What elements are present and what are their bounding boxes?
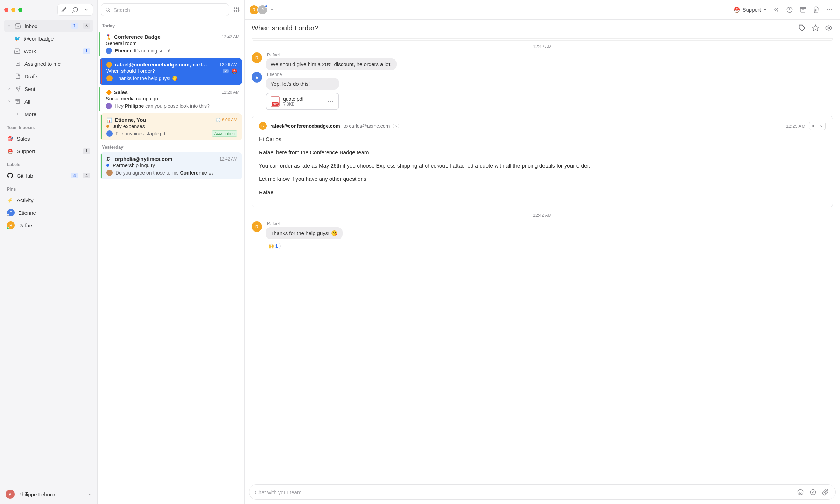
chat-message: R Rafael We should give him a 20% discou…: [252, 52, 833, 70]
team-dropdown[interactable]: ⛑️ Support: [734, 7, 767, 13]
nav-confbadge[interactable]: 🐦 @confbadge: [4, 32, 93, 45]
support-team-icon: ⛑️: [734, 7, 740, 13]
svg-point-27: [828, 27, 830, 29]
pin-etienne[interactable]: E Etienne: [4, 206, 93, 219]
svg-marker-26: [813, 25, 819, 31]
label-github[interactable]: GitHub 4 4: [4, 169, 93, 182]
unread-dot-icon: [106, 125, 109, 128]
more-button[interactable]: [825, 6, 834, 14]
thread-title: Conference Badge: [114, 34, 219, 40]
email-body: Hi Carlos, Rafael here from the Conferen…: [259, 135, 826, 197]
minimize-window-button[interactable]: [11, 8, 15, 12]
support-count-badge: 1: [83, 148, 90, 154]
thread-snippet: Etienne It's coming soon!: [115, 48, 239, 54]
pin-etienne-label: Etienne: [18, 210, 90, 216]
search-icon: [105, 7, 111, 13]
attach-button[interactable]: [821, 488, 830, 496]
tag-button[interactable]: [798, 24, 806, 32]
team-support[interactable]: ⛑️ Support 1: [4, 145, 93, 157]
nav-all[interactable]: All: [4, 95, 93, 108]
sidebar-footer[interactable]: P Philippe Lehoux: [0, 484, 97, 504]
chat-bubble[interactable]: Thanks for the help guys! 😘: [266, 227, 343, 239]
compose-button[interactable]: [60, 6, 68, 14]
pin-rafael[interactable]: R Rafael: [4, 219, 93, 232]
nav-more[interactable]: More: [4, 108, 93, 120]
sales-team-icon: 🎯: [7, 135, 13, 142]
threads-list[interactable]: Today 🎖️ Conference Badge 12:42 AM Gener…: [98, 20, 244, 504]
sender-avatar: [106, 62, 112, 68]
pin-activity[interactable]: ⚡ Activity: [4, 194, 93, 206]
reader-scroll[interactable]: 12:42 AM R Rafael We should give him a 2…: [245, 36, 840, 484]
emoji-button[interactable]: [796, 488, 805, 496]
thread-title: orphelia@nytimes.com: [115, 156, 217, 162]
nav-assigned[interactable]: Assigned to me: [4, 57, 93, 70]
notification-dot: [265, 5, 268, 8]
support-team-icon: ⛑️: [7, 148, 13, 154]
attachment-quote-pdf[interactable]: quote.pdf 7.8KB ⋯: [266, 93, 339, 110]
email-to: to carlos@acme.com: [344, 123, 390, 129]
task-button[interactable]: [809, 488, 817, 496]
nav-drafts[interactable]: Drafts: [4, 70, 93, 83]
chevron-right-icon: [7, 87, 11, 91]
label-github-label: GitHub: [17, 173, 68, 179]
nav-work[interactable]: Work 1: [4, 45, 93, 57]
thread-item[interactable]: 𝕿 orphelia@nytimes.com 12:42 AM Partners…: [100, 152, 242, 179]
archive-button[interactable]: [799, 6, 807, 14]
pin-activity-label: Activity: [17, 197, 90, 203]
recipients-dropdown[interactable]: [393, 124, 399, 128]
sender-avatar: [106, 130, 113, 137]
team-inboxes-header: Team Inboxes: [4, 120, 93, 132]
chat-bubble[interactable]: Yep, let's do this!: [266, 78, 339, 90]
thread-item[interactable]: 🎖️ Conference Badge 12:42 AM General roo…: [98, 30, 244, 57]
inbox-unread-badge: 1: [71, 23, 78, 29]
date-today: Today: [98, 20, 244, 30]
snooze-button[interactable]: [785, 6, 794, 14]
chat-message: R Rafael Thanks for the help guys! 😘: [252, 221, 833, 239]
nav-all-label: All: [24, 99, 90, 105]
thread-title: Sales: [114, 89, 219, 95]
watch-button[interactable]: [825, 24, 833, 32]
user-name: Philippe Lehoux: [18, 491, 84, 497]
close-window-button[interactable]: [4, 8, 8, 12]
assignee-other-avatar: ?: [257, 5, 268, 15]
chevron-down-icon: [763, 8, 767, 12]
badge-icon: 🎖️: [106, 34, 111, 40]
svg-point-28: [798, 490, 803, 495]
svg-point-31: [811, 490, 816, 495]
team-sales[interactable]: 🎯 Sales: [4, 132, 93, 145]
reaction-chip[interactable]: 🙌 1: [266, 243, 281, 249]
search-input[interactable]: [113, 7, 225, 13]
sidebar-top: [0, 0, 97, 20]
nav-sent[interactable]: Sent: [4, 83, 93, 95]
star-button[interactable]: [811, 24, 820, 32]
reply-dropdown[interactable]: [817, 122, 826, 130]
sidebar-scroll: Inbox 1 5 🐦 @confbadge Work 1 Assigned t…: [0, 20, 97, 484]
composer[interactable]: [249, 484, 836, 500]
attachment-size: 7.8KB: [283, 102, 303, 107]
composer-input[interactable]: [255, 489, 792, 495]
chat-bubble[interactable]: We should give him a 20% discount, he or…: [266, 58, 397, 70]
filter-button[interactable]: [232, 6, 241, 14]
github-blue-badge: 4: [71, 173, 78, 178]
assignees[interactable]: R ?: [251, 5, 274, 15]
email-from: rafael@conferencebadge.com: [270, 123, 340, 129]
thread-subject: Partnership inquiry: [113, 163, 237, 168]
thread-item[interactable]: 🔶 Sales 12:20 AM Social media campaign H…: [98, 86, 244, 113]
sender-avatar: [106, 103, 112, 109]
thread-snippet: Hey Philippe can you please look into th…: [115, 103, 239, 109]
compose-dropdown[interactable]: [82, 6, 91, 14]
chevron-right-icon: [7, 100, 11, 103]
trash-button[interactable]: [812, 6, 820, 14]
thread-item-selected[interactable]: rafael@conferencebadge.com, carl… 12:26 …: [100, 58, 242, 85]
svg-rect-4: [16, 100, 20, 101]
reply-all-button[interactable]: [809, 122, 817, 130]
reaction-emoji: 🙌: [268, 243, 274, 249]
attachment-more-icon[interactable]: ⋯: [327, 98, 334, 105]
maximize-window-button[interactable]: [18, 8, 22, 12]
new-chat-button[interactable]: [71, 6, 79, 14]
thread-item[interactable]: 📊 Etienne, You 🕓 8:00 AM July expenses F…: [100, 113, 242, 140]
search-box[interactable]: [101, 3, 229, 16]
reply-all-button[interactable]: [772, 6, 780, 14]
thread-snippet: Thanks for the help guys! 😘: [115, 76, 237, 81]
nav-inbox[interactable]: Inbox 1 5: [4, 20, 93, 32]
